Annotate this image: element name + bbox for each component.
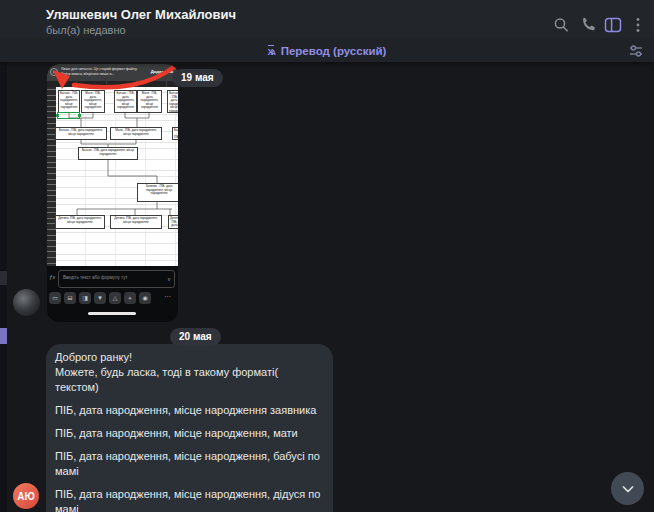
chat-header: Уляшкевич Олег Михайлович был(а) недавно [0, 0, 654, 40]
call-icon[interactable] [578, 15, 598, 35]
sheet-cell: Дитина: ПІБ, дата народження, місце наро… [110, 215, 162, 229]
translate-label: Перевод (русский) [281, 45, 387, 57]
chat-list-edge-selected [0, 328, 7, 344]
search-icon[interactable] [551, 15, 571, 35]
date-badge[interactable]: 20 мая [170, 328, 221, 346]
red-arrow-annotation [47, 64, 178, 124]
message-paragraph: ПІБ, дата народження, місце народження, … [55, 487, 321, 512]
sheet-cell: Мати - ПІБ, дата народження, місце народ… [110, 127, 162, 140]
sheet-cell: Батько - ПІБ, дата народження, місце нар… [55, 127, 107, 140]
message-bubble: Доброго ранку! Можете, будь ласка, тоді … [46, 344, 333, 512]
chat-list-edge-item [0, 271, 7, 285]
scroll-down-button[interactable] [611, 472, 644, 505]
message-paragraph: ПІБ, дата народження, місце народження з… [55, 403, 321, 418]
chat-status: был(а) недавно [46, 24, 126, 36]
chevron-down-icon [620, 481, 636, 497]
sheet-cell: Дитина: ПІБ, дата народження, місце наро… [55, 215, 105, 229]
sheet-cell: Заявник - ПІБ, дата народження, місце на… [137, 183, 178, 202]
message-paragraph: ПІБ, дата народження, місце народження, … [55, 449, 321, 479]
sender-initials-avatar[interactable]: АЮ [13, 483, 39, 509]
message-paragraph: ПІБ, дата народження, місце народження, … [55, 426, 321, 441]
message-list[interactable]: Батько - ПІБ, дата народження, місце нар… [0, 62, 654, 512]
message-paragraph: Доброго ранку! Можете, будь ласка, тоді … [55, 350, 321, 395]
translate-button[interactable]: XA Перевод (русский) [0, 40, 654, 62]
sheet-cell: Батько - ПІБ, дата народження, місце нар… [78, 147, 138, 160]
menu-kebab-icon[interactable] [628, 15, 648, 35]
translate-icon: XA [268, 45, 276, 57]
translate-settings-icon[interactable] [628, 43, 644, 59]
sender-photo-avatar[interactable] [13, 289, 40, 316]
telegram-window: Уляшкевич Олег Михайлович был(а) недавно [0, 0, 654, 512]
chat-title[interactable]: Уляшкевич Олег Михайлович [46, 7, 236, 22]
chat-list-edge [0, 62, 7, 512]
sheet-cell: Батько - ПІБ, дата народження, місце нар… [172, 127, 178, 140]
translate-bar: XA Перевод (русский) [0, 40, 654, 62]
date-badge[interactable]: 19 мая [172, 69, 223, 87]
photo-message[interactable]: Батько - ПІБ, дата народження, місце нар… [47, 64, 178, 322]
sheet-cell: Дитина: ПІБ, дата народження, місце наро… [168, 215, 178, 229]
sidebar-toggle-icon[interactable] [603, 15, 623, 35]
